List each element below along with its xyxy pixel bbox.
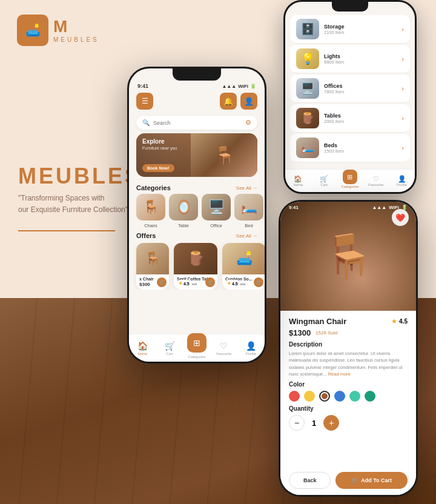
rating-number: 4.5	[399, 318, 408, 325]
quantity-minus-button[interactable]: −	[289, 415, 305, 431]
phone-screen-detail: 9:41 ▲▲▲ WiFi 🔋 🪑 ❤️ Wingman Chair ★ 4.	[280, 202, 416, 495]
read-more-link[interactable]: Read more	[328, 371, 351, 377]
categories-see-all[interactable]: See All →	[236, 185, 257, 191]
color-red[interactable]	[289, 391, 300, 402]
bed-image: 🛏️	[234, 194, 263, 220]
color-yellow[interactable]	[304, 391, 315, 402]
tables-name: Tables	[324, 113, 397, 119]
offices-thumbnail: 🖥️	[296, 78, 319, 99]
hero-title: Explore	[142, 138, 177, 145]
chairs-image: 🪑	[136, 194, 165, 220]
list-item-tables[interactable]: 🪵 Tables 2000 Item ›	[290, 104, 410, 133]
profile-button[interactable]: 👤	[240, 93, 257, 110]
offer-card-1[interactable]: 🪑 x Chair $300 🛒	[136, 243, 169, 290]
nav-categories[interactable]: ⊞ Categories	[183, 334, 211, 362]
menu-button[interactable]: ☰	[136, 93, 153, 110]
filter-icon[interactable]: ⚙	[245, 119, 251, 127]
list-item-storage[interactable]: 🗄️ Storage 2100 Item ›	[290, 15, 410, 44]
categories-section-header: Categories See All →	[129, 181, 265, 194]
color-green[interactable]	[365, 391, 375, 402]
color-teal[interactable]	[349, 391, 360, 402]
phone-categories: 🗄️ Storage 2100 Item › 💡 Lights 9800 Ite…	[283, 0, 417, 194]
add-to-cart-button[interactable]: 🛒 Add To Cart	[335, 472, 408, 489]
back-button[interactable]: Back	[289, 472, 331, 489]
offer-card-2[interactable]: 🪵 ★ 4.5 Serif Coffee Table $300 $400 🛒	[174, 243, 217, 290]
hero-banner: 🪑 Explore Furniture near you Book Now!	[136, 133, 257, 177]
lights-thumbnail: 💡	[296, 48, 319, 69]
nav-r-favourite[interactable]: ♡ Favourite	[363, 170, 389, 192]
nav-profile[interactable]: 👤 Profile	[237, 334, 265, 362]
color-blue[interactable]	[334, 391, 345, 402]
nav-r-home[interactable]: 🏠 Home	[285, 170, 311, 192]
notification-button[interactable]: 🔔	[220, 93, 237, 110]
phone-frame-categories: 🗄️ Storage 2100 Item › 💡 Lights 9800 Ite…	[283, 0, 417, 194]
status-icons: ▲▲▲ WiFi 🔋	[222, 84, 256, 89]
product-hero-image: 9:41 ▲▲▲ WiFi 🔋 🪑 ❤️	[280, 202, 416, 311]
list-item-lights[interactable]: 💡 Lights 9800 Item ›	[290, 45, 410, 73]
color-selector	[289, 391, 408, 402]
offer-image-2: 🪵	[174, 243, 217, 274]
chairs-label: Chairs	[144, 223, 157, 228]
battery-icon: 🔋	[250, 84, 256, 89]
profile-label: Profile	[246, 352, 256, 356]
nav-favourite[interactable]: ♡ Favourite	[210, 334, 237, 362]
wifi-icon: WiFi	[238, 84, 248, 89]
beds-name: Beds	[324, 142, 397, 148]
storage-info: Storage 2100 Item	[324, 24, 397, 35]
phone-main: 9:41 ▲▲▲ WiFi 🔋 ☰ 🔔 👤	[127, 67, 266, 363]
offers-section-header: Offers See All →	[129, 228, 265, 242]
search-bar[interactable]: 🔍 ⚙	[136, 116, 257, 130]
nav-r-profile[interactable]: 👤 Profile	[389, 170, 415, 192]
category-office[interactable]: 🖥️ Office	[202, 194, 231, 228]
category-table[interactable]: 🪞 Table	[169, 194, 198, 228]
cart-label: Cart	[167, 352, 173, 356]
offers-see-all[interactable]: See All →	[236, 233, 257, 239]
add-to-cart-1[interactable]: 🛒	[157, 277, 167, 287]
product-title-row: Wingman Chair ★ 4.5	[289, 317, 408, 326]
storage-name: Storage	[324, 24, 397, 30]
product-description: Lorem ipsum dolor sit amet consectetur. …	[289, 350, 408, 377]
add-to-cart-3[interactable]: 🛒	[254, 277, 263, 287]
list-item-beds[interactable]: 🛏️ Beds 1500 Item ›	[290, 134, 410, 162]
bed-label: Bed	[245, 223, 253, 228]
logo-icon: 🛋️	[17, 15, 48, 46]
nav-cart[interactable]: 🛒 Cart	[156, 334, 183, 362]
topbar-icons: 🔔 👤	[220, 93, 257, 110]
phone-screen-categories: 🗄️ Storage 2100 Item › 💡 Lights 9800 Ite…	[285, 2, 415, 192]
phone-frame-main: 9:41 ▲▲▲ WiFi 🔋 ☰ 🔔 👤	[127, 67, 266, 363]
r-profile-icon: 👤	[398, 175, 406, 183]
detail-time: 9:41	[289, 205, 299, 210]
hero-book-button[interactable]: Book Now!	[142, 164, 174, 172]
product-rating: ★ 4.5	[391, 317, 408, 325]
offer-price-1: $300	[139, 282, 150, 287]
offer-card-3[interactable]: 🛋️ ★ 4.5 Cushion So... $200 $300 🛒	[222, 243, 265, 290]
brand-title: MEUBLES	[18, 164, 142, 189]
logo-name: MEUBLES	[53, 36, 99, 43]
bottom-nav-categories: 🏠 Home 🛒 Cart ⊞ Categories ♡ Favourite	[285, 169, 415, 192]
categories-title: Categories	[136, 184, 171, 191]
nav-r-categories[interactable]: ⊞ Categories	[337, 170, 363, 192]
search-input[interactable]	[153, 120, 242, 126]
color-brown[interactable]	[319, 391, 330, 402]
r-grid-icon: ⊞	[347, 173, 352, 181]
status-bar: 9:41 ▲▲▲ WiFi 🔋	[129, 81, 265, 90]
offices-count: 7800 Item	[324, 89, 397, 94]
offers-title: Offers	[136, 232, 156, 239]
offer-image-3: 🛋️	[222, 243, 265, 274]
product-title: Wingman Chair	[289, 317, 346, 326]
tables-count: 2000 Item	[324, 119, 397, 124]
categories-row: 🪑 Chairs 🪞 Table 🖥️ Office 🛏️ Bed	[129, 194, 265, 228]
list-item-offices[interactable]: 🖥️ Offices 7800 Item ›	[290, 75, 410, 103]
category-chairs[interactable]: 🪑 Chairs	[136, 194, 165, 228]
cart-icon-btn: 🛒	[351, 477, 358, 483]
nav-home[interactable]: 🏠 Home	[129, 334, 156, 362]
profile-icon: 👤	[246, 341, 256, 351]
category-bed[interactable]: 🛏️ Bed	[234, 194, 263, 228]
home-icon: 🏠	[137, 341, 148, 351]
add-to-cart-2[interactable]: 🛒	[205, 277, 215, 287]
category-list: 🗄️ Storage 2100 Item › 💡 Lights 9800 Ite…	[285, 12, 415, 166]
nav-r-cart[interactable]: 🛒 Cart	[311, 170, 337, 192]
offices-name: Offices	[324, 83, 397, 89]
quantity-title: Quantity	[289, 405, 408, 412]
quantity-plus-button[interactable]: +	[323, 415, 339, 431]
